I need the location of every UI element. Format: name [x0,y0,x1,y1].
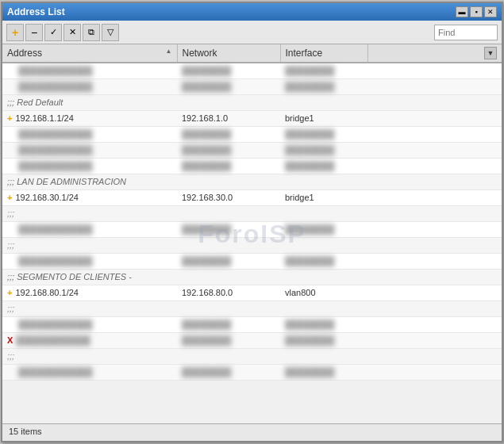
table-container[interactable]: Address ▲ Network Interface ▼ [2,44,502,381]
find-input[interactable] [434,25,498,40]
address-table: Address ▲ Network Interface ▼ [2,44,502,381]
table-row[interactable]: ;;; [2,348,502,364]
copy-icon: ⧉ [88,27,94,37]
table-row[interactable]: ████████████████████████████ [2,253,502,269]
maximize-button[interactable]: ▪ [470,6,483,17]
table-row[interactable]: ████████████████████████████ [2,63,502,78]
sort-indicator: ▲ [166,48,172,55]
add-button[interactable]: + [6,24,24,41]
table-row[interactable]: ████████████████████████████ [2,316,502,332]
columns-dropdown-button[interactable]: ▼ [484,47,497,59]
filter-button[interactable]: ▽ [102,24,119,41]
window-title: Address List [7,6,65,17]
address-list-window: Address List ▬ ▪ ✕ + − ✓ ✕ ⧉ ▽ Foro [1,2,503,442]
items-count: 15 items [9,427,42,436]
filter-icon: ▽ [107,27,113,37]
table-row[interactable]: +192.168.80.1/24192.168.80.0vlan800 [2,285,502,300]
col-address[interactable]: Address ▲ [2,44,177,63]
table-row[interactable]: ████████████████████████████ [2,126,502,142]
find-box [434,25,498,40]
table-row[interactable]: ████████████████████████████ [2,158,502,174]
table-row[interactable]: +192.168.30.1/24192.168.30.0bridge1 [2,189,502,205]
table-row[interactable]: ;;; Red Default [2,94,502,110]
close-button[interactable]: ✕ [484,6,497,17]
table-wrapper: ForoISP Address ▲ Network Interface [2,44,502,423]
add-icon: + [12,26,18,39]
table-row[interactable]: ;;; [2,237,502,253]
minimize-button[interactable]: ▬ [456,6,468,17]
table-row[interactable]: X████████████████████████████ [2,332,502,348]
table-row[interactable]: +192.168.1.1/24192.168.1.0bridge1 [2,110,502,126]
table-row[interactable]: ;;; [2,205,502,221]
table-header-row: Address ▲ Network Interface ▼ [2,44,502,63]
minus-icon: − [31,26,37,39]
check-button[interactable]: ✓ [44,24,62,41]
check-icon: ✓ [50,27,57,37]
cross-icon: ✕ [69,27,76,37]
toolbar: + − ✓ ✕ ⧉ ▽ [2,21,502,44]
col-interface[interactable]: Interface [280,44,367,63]
window-controls: ▬ ▪ ✕ [456,6,497,17]
table-row[interactable]: ████████████████████████████ [2,142,502,158]
table-row[interactable]: ████████████████████████████ [2,78,502,94]
table-body: ████████████████████████████████████████… [2,63,502,380]
table-row[interactable]: ;;; LAN DE ADMINISTRACION [2,174,502,189]
status-bar: 15 items [2,423,502,441]
copy-button[interactable]: ⧉ [83,24,100,41]
col-network[interactable]: Network [177,44,280,63]
table-row[interactable]: ;;; SEGMENTO DE CLIENTES - [2,269,502,285]
title-bar: Address List ▬ ▪ ✕ [2,3,502,21]
table-row[interactable]: ████████████████████████████ [2,364,502,380]
cross-button[interactable]: ✕ [63,24,81,41]
table-row[interactable]: ;;; [2,300,502,316]
remove-button[interactable]: − [25,24,43,41]
col-extra[interactable]: ▼ [367,44,502,63]
table-row[interactable]: ████████████████████████████ [2,221,502,237]
